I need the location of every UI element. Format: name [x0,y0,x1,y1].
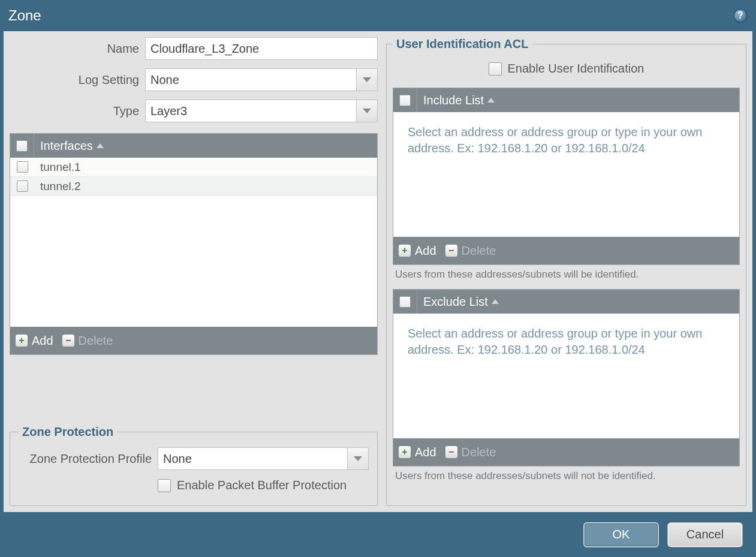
sort-asc-icon [97,143,104,148]
chevron-down-icon[interactable] [347,447,369,470]
type-value[interactable] [145,100,378,122]
delete-include-button[interactable]: − Delete [445,244,496,258]
dialog-footer: OK Cancel [0,512,756,557]
type-label: Type [10,104,145,118]
checkbox-icon[interactable] [17,180,28,192]
checkbox-icon [399,296,411,308]
table-row[interactable]: tunnel.1 [10,158,377,177]
interfaces-footer: + Add − Delete [10,327,377,354]
type-select[interactable] [145,100,378,122]
exclude-hint: Users from these addresses/subnets will … [393,470,740,482]
interfaces-body: tunnel.1 tunnel.2 [10,158,377,327]
zone-protection-profile-select[interactable] [158,447,369,470]
log-setting-select[interactable] [145,68,378,91]
name-row: Name [10,37,378,60]
exclude-select-all[interactable] [393,290,417,314]
delete-label: Delete [462,244,496,258]
add-label: Add [32,334,53,348]
log-setting-label: Log Setting [10,73,145,87]
dialog-title: Zone [8,7,41,24]
include-list: Include List Select an address or addres… [393,88,740,265]
exclude-footer: + Add − Delete [393,438,739,466]
plus-icon: + [398,244,411,257]
exclude-list: Exclude List Select an address or addres… [393,289,740,466]
table-row[interactable]: tunnel.2 [10,177,377,196]
interfaces-header: Interfaces [10,134,377,158]
zone-protection-profile-row: Zone Protection Profile [19,447,369,470]
cancel-button[interactable]: Cancel [667,522,743,547]
name-input[interactable] [145,37,378,60]
checkbox-icon[interactable] [158,479,171,492]
add-label: Add [415,445,436,459]
delete-interface-button[interactable]: − Delete [62,334,113,348]
delete-label: Delete [79,334,113,348]
checkbox-icon[interactable] [17,161,28,173]
minus-icon: − [445,244,458,257]
add-exclude-button[interactable]: + Add [398,445,436,459]
plus-icon: + [398,445,411,459]
checkbox-icon [16,140,28,152]
enable-user-id-checkbox-row[interactable]: Enable User Identification [489,62,644,76]
interface-name: tunnel.2 [34,180,81,193]
minus-icon: − [445,445,458,459]
include-body: Select an address or address group or ty… [393,112,739,237]
sort-asc-icon [487,98,495,103]
exclude-placeholder: Select an address or address group or ty… [393,314,739,358]
interfaces-header-label: Interfaces [40,139,93,153]
zone-protection-section: Zone Protection Zone Protection Profile … [10,425,378,506]
add-label: Add [415,244,436,258]
include-placeholder: Select an address or address group or ty… [393,112,739,156]
checkbox-icon[interactable] [489,62,502,76]
enable-pbp-row: Enable Packet Buffer Protection [19,478,369,492]
exclude-body: Select an address or address group or ty… [393,314,739,438]
exclude-header: Exclude List [393,290,739,314]
sort-asc-icon [492,299,499,304]
enable-user-id-row: Enable User Identification [393,62,740,76]
exclude-header-title[interactable]: Exclude List [417,295,739,309]
enable-pbp-checkbox-row[interactable]: Enable Packet Buffer Protection [158,478,347,492]
log-setting-row: Log Setting [10,68,378,91]
user-id-acl-legend: User Identification ACL [393,37,532,51]
add-interface-button[interactable]: + Add [15,334,53,348]
left-pane: Name Log Setting Type [10,37,378,506]
type-row: Type [10,100,378,122]
dialog-header: Zone ? [0,0,756,31]
enable-user-id-label: Enable User Identification [508,62,644,76]
include-header-title[interactable]: Include List [417,94,739,107]
right-pane: User Identification ACL Enable User Iden… [386,37,746,506]
enable-pbp-label: Enable Packet Buffer Protection [177,478,347,492]
include-header: Include List [393,88,739,112]
interfaces-header-title[interactable]: Interfaces [34,139,377,153]
help-icon[interactable]: ? [733,8,748,23]
ok-button[interactable]: OK [583,522,659,547]
include-hint: Users from these addresses/subnets will … [393,269,740,281]
delete-exclude-button[interactable]: − Delete [445,445,496,459]
delete-label: Delete [462,445,496,459]
zone-dialog: Zone ? Name Log Setting Type [0,0,756,557]
zone-protection-profile-label: Zone Protection Profile [19,452,158,466]
user-id-acl-section: User Identification ACL Enable User Iden… [386,37,746,506]
include-footer: + Add − Delete [393,237,739,264]
checkbox-icon [399,95,411,106]
name-label: Name [10,42,145,56]
zone-protection-legend: Zone Protection [19,425,117,439]
add-include-button[interactable]: + Add [398,244,436,258]
include-select-all[interactable] [393,88,417,112]
include-header-label: Include List [423,94,484,107]
zone-protection-profile-value[interactable] [158,447,369,470]
chevron-down-icon[interactable] [356,100,378,122]
chevron-down-icon[interactable] [356,68,378,91]
interface-name: tunnel.1 [34,161,81,174]
log-setting-value[interactable] [145,68,378,91]
dialog-body: Name Log Setting Type [4,31,752,512]
exclude-header-label: Exclude List [423,295,488,309]
interfaces-list: Interfaces tunnel.1 tunnel.2 [10,133,378,355]
plus-icon: + [15,334,28,347]
interfaces-select-all[interactable] [10,134,34,158]
minus-icon: − [62,334,75,347]
